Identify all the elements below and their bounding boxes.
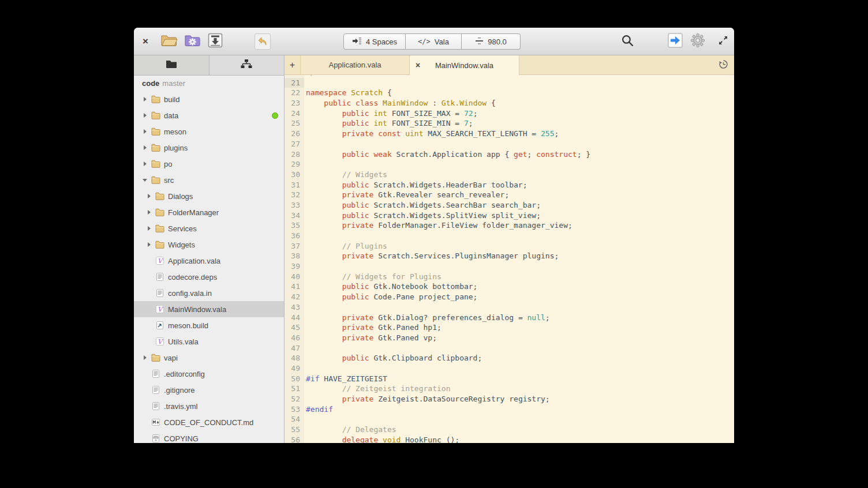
open-folder-button[interactable]: [159, 28, 179, 55]
expander-collapsed-icon[interactable]: [146, 193, 153, 200]
code-line[interactable]: 33 public Scratch.Widgets.SearchBar sear…: [285, 200, 734, 211]
tree-item-data[interactable]: data: [134, 107, 284, 123]
tree-item-meson.build[interactable]: meson.build: [134, 317, 284, 333]
line-content: [304, 302, 306, 313]
code-line[interactable]: 36: [285, 231, 734, 241]
code-line[interactable]: 21: [285, 78, 734, 88]
folder-icon: [155, 192, 164, 201]
code-line[interactable]: 40 // Widgets for Plugins: [285, 272, 734, 282]
save-button[interactable]: [207, 28, 224, 55]
code-line[interactable]: 49: [285, 363, 734, 374]
code-line[interactable]: 52 private Zeitgeist.DataSourceRegistry …: [285, 394, 734, 404]
sidebar-tab-files[interactable]: [134, 55, 209, 75]
expander-collapsed-icon[interactable]: [146, 209, 153, 216]
code-line[interactable]: 48 public Gtk.Clipboard clipboard;: [285, 353, 734, 363]
tree-item-label: meson.build: [168, 321, 208, 330]
tree-item-.travis.yml[interactable]: .travis.yml: [134, 398, 284, 414]
line-number: 37: [285, 241, 304, 251]
expander-collapsed-icon[interactable]: [142, 112, 149, 119]
close-window-button[interactable]: ×: [137, 28, 154, 55]
tree-item-Dialogs[interactable]: Dialogs: [134, 188, 284, 204]
search-button[interactable]: [619, 28, 636, 55]
code-line[interactable]: 47: [285, 343, 734, 354]
share-button[interactable]: [667, 28, 684, 55]
expander-spacer: [146, 306, 153, 313]
expander-collapsed-icon[interactable]: [146, 225, 153, 232]
new-tab-button[interactable]: +: [285, 55, 300, 74]
tree-item-COPYING[interactable]: COPYING: [134, 430, 284, 443]
line-number: 25: [285, 118, 304, 129]
tree-item-po[interactable]: po: [134, 156, 284, 172]
expander-collapsed-icon[interactable]: [146, 241, 153, 248]
tree-item-vapi[interactable]: vapi: [134, 350, 284, 366]
code-line[interactable]: 22namespace Scratch {: [285, 88, 734, 98]
tree-item-MainWindow.vala[interactable]: VMainWindow.vala: [134, 301, 284, 317]
tree-item-build[interactable]: build: [134, 91, 284, 107]
code-line[interactable]: 25 public int FONT_SIZE_MIN = 7;: [285, 118, 734, 129]
code-lines: 20*/2122namespace Scratch {23 public cla…: [285, 75, 734, 443]
code-line[interactable]: 53#endif: [285, 404, 734, 415]
code-line[interactable]: 34 public Scratch.Widgets.SplitView spli…: [285, 211, 734, 221]
tree-item-config.vala.in[interactable]: config.vala.in: [134, 285, 284, 301]
fullscreen-button[interactable]: [714, 28, 732, 55]
code-line[interactable]: 30 // Widgets: [285, 170, 734, 180]
code-line[interactable]: 44 private Gtk.Dialog? preferences_dialo…: [285, 313, 734, 323]
tree-item-meson[interactable]: meson: [134, 123, 284, 140]
history-button[interactable]: [716, 55, 731, 75]
code-line[interactable]: 54: [285, 414, 734, 425]
tree-item-.editorconfig[interactable]: .editorconfig: [134, 366, 284, 382]
code-brackets-icon: </>: [418, 37, 431, 46]
indent-format-button[interactable]: 4 Spaces: [343, 33, 406, 50]
tree-item-codecore.deps[interactable]: codecore.deps: [134, 269, 284, 285]
code-line[interactable]: 29: [285, 159, 734, 170]
expander-expanded-icon[interactable]: [142, 177, 149, 183]
line-number: 45: [285, 322, 304, 333]
tree-item-src[interactable]: src: [134, 172, 284, 188]
tree-item-Widgets[interactable]: Widgets: [134, 237, 284, 253]
code-line[interactable]: 41 public Gtk.Notebook bottombar;: [285, 281, 734, 292]
expander-collapsed-icon[interactable]: [142, 96, 149, 103]
code-line[interactable]: 43: [285, 302, 734, 313]
settings-button[interactable]: [689, 28, 706, 55]
tab-mainwindow-vala[interactable]: × MainWindow.vala: [410, 55, 519, 75]
code-line[interactable]: 35 private FolderManager.FileView folder…: [285, 220, 734, 231]
code-line[interactable]: 38 private Scratch.Services.PluginsManag…: [285, 251, 734, 261]
tree-item-FolderManager[interactable]: FolderManager: [134, 204, 284, 220]
close-tab-icon[interactable]: ×: [416, 55, 420, 75]
expander-collapsed-icon[interactable]: [142, 160, 149, 167]
code-view[interactable]: 20*/2122namespace Scratch {23 public cla…: [285, 75, 734, 443]
undo-button[interactable]: [254, 28, 271, 55]
sidebar-tab-outline[interactable]: [209, 55, 285, 75]
code-line[interactable]: 45 private Gtk.Paned hp1;: [285, 322, 734, 333]
code-line[interactable]: 24 public int FONT_SIZE_MAX = 72;: [285, 108, 734, 119]
code-line[interactable]: 27: [285, 139, 734, 149]
tree-item-plugins[interactable]: plugins: [134, 140, 284, 156]
code-line[interactable]: 55 // Delegates: [285, 425, 734, 435]
tree-item-CODE_OF_CONDUCT.md[interactable]: CODE_OF_CONDUCT.md: [134, 414, 284, 430]
tree-item-Utils.vala[interactable]: VUtils.vala: [134, 333, 284, 350]
code-line[interactable]: 46 private Gtk.Paned vp;: [285, 333, 734, 343]
code-line[interactable]: 26 private const uint MAX_SEARCH_TEXT_LE…: [285, 129, 734, 139]
language-button[interactable]: </> Vala: [406, 33, 462, 50]
code-line[interactable]: 32 private Gtk.Revealer search_revealer;: [285, 190, 734, 200]
code-line[interactable]: 56 delegate void HookFunc ();: [285, 435, 734, 443]
share-icon: [668, 33, 683, 50]
code-line[interactable]: 39: [285, 261, 734, 272]
code-line[interactable]: 23 public class MainWindow : Gtk.Window …: [285, 98, 734, 108]
code-line[interactable]: 50#if HAVE_ZEITGEIST: [285, 374, 734, 384]
tree-item-Services[interactable]: Services: [134, 220, 284, 237]
code-line[interactable]: 51 // Zeitgeist integration: [285, 384, 734, 394]
plugins-folder-button[interactable]: [183, 28, 201, 55]
expander-collapsed-icon[interactable]: [142, 144, 149, 151]
expander-collapsed-icon[interactable]: [142, 128, 149, 135]
tab-application-vala[interactable]: Application.vala: [300, 55, 410, 74]
code-line[interactable]: 42 public Code.Pane project_pane;: [285, 292, 734, 302]
code-line[interactable]: 31 public Scratch.Widgets.HeaderBar tool…: [285, 180, 734, 190]
code-line[interactable]: 28 public weak Scratch.Application app {…: [285, 149, 734, 160]
goto-line-button[interactable]: 980.0: [462, 33, 521, 50]
code-line[interactable]: 37 // Plugins: [285, 241, 734, 251]
tree-item-.gitignore[interactable]: .gitignore: [134, 382, 284, 398]
expander-spacer: [142, 370, 149, 377]
expander-collapsed-icon[interactable]: [142, 354, 149, 361]
tree-item-Application.vala[interactable]: VApplication.vala: [134, 253, 284, 269]
